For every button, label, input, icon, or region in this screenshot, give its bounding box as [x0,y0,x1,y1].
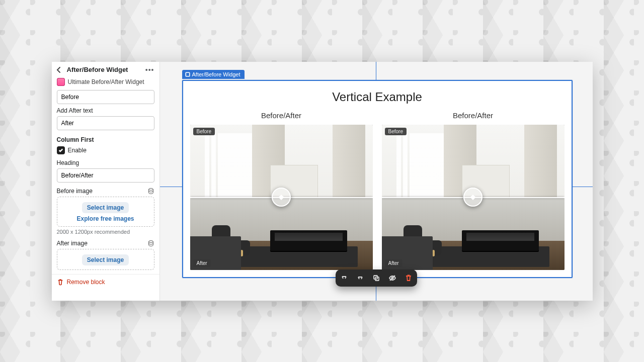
after-image-label: After image [57,240,88,247]
app-source-row: Ultimate Before/After Widget [52,76,159,90]
before-image-label-row: Before image [57,188,154,195]
after-image-dropzone[interactable]: Select image [57,249,154,270]
checkbox-checked-icon [57,146,65,154]
after-badge: After [385,259,403,267]
arrow-up-icon [340,274,348,282]
chevron-left-icon [55,66,63,74]
column-title: Before/After [190,111,373,120]
slider-handle[interactable] [463,188,482,207]
dynamic-source-icon[interactable] [147,188,154,195]
trash-icon [57,279,64,286]
app-name-label: Ultimate Before/After Widget [68,78,144,85]
svg-point-0 [148,188,153,190]
editor-window: After/Before Widget ••• Ultimate Before/… [52,62,593,301]
size-hint: 2000 x 1200px recommended [57,229,154,235]
select-image-button[interactable]: Select image [82,254,129,265]
remove-block-label: Remove block [67,279,105,286]
arrow-down-icon [356,274,364,282]
move-up-button[interactable] [339,273,350,284]
column-1: Before/After Be [190,111,373,270]
before-image-label: Before image [57,188,93,195]
app-icon [57,78,65,86]
heading-field-label: Heading [57,159,154,166]
selected-section[interactable]: After/Before Widget Vertical Example Bef… [182,80,573,278]
columns-wrap: Before/After Be [190,111,565,270]
trash-icon [405,274,413,282]
slider-handle[interactable] [272,188,291,207]
back-button[interactable] [55,66,63,74]
sidebar-title: After/Before Widget [67,66,139,73]
section-title: Vertical Example [190,90,565,104]
sidebar-header: After/Before Widget ••• [52,62,159,76]
before-badge: Before [385,128,407,135]
heading-input[interactable] [57,168,154,183]
more-button[interactable]: ••• [143,66,156,74]
column-2: Before/After Be [382,111,565,270]
preview-canvas: After/Before Widget Vertical Example Bef… [160,62,593,301]
delete-button[interactable] [403,273,414,284]
explore-images-link[interactable]: Explore free images [76,215,134,222]
move-down-button[interactable] [355,273,366,284]
before-after-widget[interactable]: Before After [382,125,565,270]
svg-point-1 [148,240,153,242]
before-after-widget[interactable]: Before After [190,125,373,270]
remove-block-button[interactable]: Remove block [52,274,159,290]
after-image [382,197,565,270]
section-tag-label: After/Before Widget [192,71,240,77]
duplicate-button[interactable] [371,273,382,284]
section-tag[interactable]: After/Before Widget [182,70,245,79]
enable-checkbox-row[interactable]: Enable [57,146,154,154]
duplicate-icon [372,274,380,282]
hide-button[interactable] [387,273,398,284]
after-badge: After [193,259,211,267]
before-image-dropzone[interactable]: Select image Explore free images [57,197,154,227]
section-content: Vertical Example Before/After [183,81,572,277]
svg-rect-2 [186,72,190,76]
enable-label: Enable [68,147,87,154]
after-text-input[interactable] [57,116,154,130]
after-image [190,197,373,270]
after-image-label-row: After image [57,240,154,247]
sidebar-body: Add After text Column First Enable Headi… [52,90,159,274]
add-after-label: Add After text [57,107,154,114]
dynamic-source-icon[interactable] [147,240,154,247]
select-image-button[interactable]: Select image [82,202,129,213]
settings-sidebar: After/Before Widget ••• Ultimate Before/… [52,62,160,301]
before-text-input[interactable] [57,90,154,104]
section-icon [185,72,190,77]
column-title: Before/After [382,111,565,120]
before-badge: Before [193,128,215,135]
section-toolbar [336,269,417,287]
column-first-label: Column First [57,136,154,143]
eye-off-icon [388,274,396,282]
